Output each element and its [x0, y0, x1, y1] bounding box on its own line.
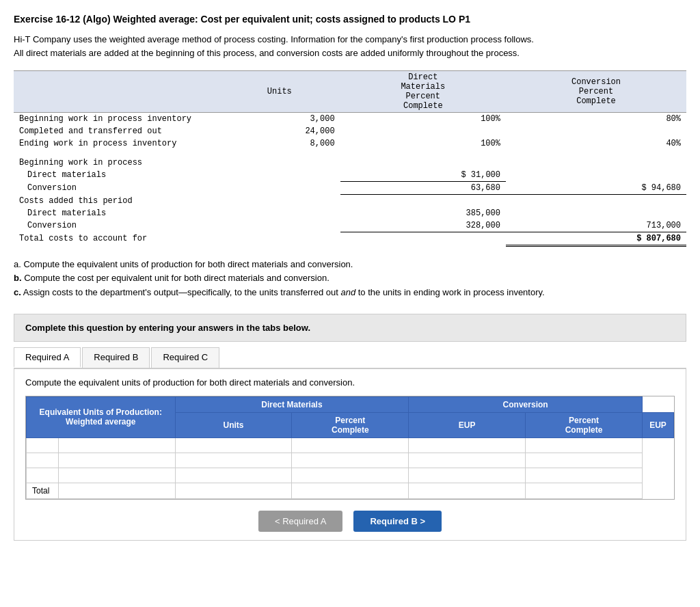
conv-pct-field-1[interactable] [410, 440, 524, 450]
eup-table-wrapper: Equivalent Units of Production: Weighted… [25, 396, 675, 500]
dm-pct-field-3[interactable] [177, 470, 291, 480]
table-row [27, 437, 674, 453]
conv-eup-field-1[interactable] [527, 440, 641, 450]
conv-pct-input-2[interactable] [409, 453, 526, 468]
total-units-input[interactable] [58, 483, 175, 498]
conv-group-header: Conversion [409, 396, 643, 412]
dm-eup-header: EUP [409, 412, 526, 437]
total-conv-pct-blank [409, 483, 526, 498]
tab-required-c[interactable]: Required C [151, 347, 219, 368]
conv-eup-input-2[interactable] [526, 453, 643, 468]
conv-eup-field-3[interactable] [527, 470, 641, 480]
nav-buttons: < Required A Required B > [25, 511, 675, 532]
total-label: Total [27, 483, 59, 498]
table-row [27, 453, 674, 468]
eup-table: Equivalent Units of Production: Weighted… [26, 396, 674, 499]
conv-pct-input-1[interactable] [409, 437, 526, 453]
dm-pct-input-2[interactable] [175, 453, 292, 468]
next-button[interactable]: Required B > [353, 511, 442, 532]
dm-eup-input-3[interactable] [292, 468, 409, 483]
dm-eup-input-2[interactable] [292, 453, 409, 468]
tabs-container: Required A Required B Required C [14, 347, 686, 369]
total-units-field[interactable] [60, 486, 174, 496]
dm-pct-input-1[interactable] [175, 437, 292, 453]
total-dm-eup-input[interactable] [292, 483, 409, 498]
conv-eup-input-3[interactable] [526, 468, 643, 483]
units-field-1[interactable] [60, 440, 174, 450]
tab-required-a[interactable]: Required A [14, 347, 81, 368]
conv-eup-field-2[interactable] [527, 455, 641, 465]
conv-pct-field-3[interactable] [410, 470, 524, 480]
description: Hi-T Company uses the weighted average m… [14, 33, 686, 59]
dm-pct-field-2[interactable] [177, 455, 291, 465]
total-conv-eup-input[interactable] [526, 483, 643, 498]
units-col-header: Units [175, 412, 292, 437]
row-label-3 [27, 468, 59, 483]
conv-pct-input-3[interactable] [409, 468, 526, 483]
conv-pct-field-2[interactable] [410, 455, 524, 465]
dm-pct-header: PercentComplete [292, 412, 409, 437]
conv-eup-header: EUP [642, 412, 673, 437]
total-dm-eup-field[interactable] [293, 486, 407, 496]
dm-eup-field-1[interactable] [293, 440, 407, 450]
eup-title-cell: Equivalent Units of Production: Weighted… [27, 396, 176, 437]
dm-group-header: Direct Materials [175, 396, 409, 412]
units-input-3[interactable] [58, 468, 175, 483]
dm-pct-input-3[interactable] [175, 468, 292, 483]
dm-eup-input-1[interactable] [292, 437, 409, 453]
tab-content-required-a: Compute the equivalent units of producti… [14, 369, 686, 541]
row-label-1 [27, 437, 59, 453]
dm-pct-field-1[interactable] [177, 440, 291, 450]
info-table: Units DirectMaterialsPercentComplete Con… [14, 70, 686, 247]
units-input-2[interactable] [58, 453, 175, 468]
prev-button[interactable]: < Required A [258, 511, 343, 532]
dm-eup-field-2[interactable] [293, 455, 407, 465]
total-dm-pct-blank [175, 483, 292, 498]
dm-eup-field-3[interactable] [293, 470, 407, 480]
tab-instruction: Compute the equivalent units of producti… [25, 377, 675, 388]
units-field-3[interactable] [60, 470, 174, 480]
units-field-2[interactable] [60, 455, 174, 465]
total-row: Total [27, 483, 674, 498]
conv-pct-header: PercentComplete [526, 412, 643, 437]
conv-eup-input-1[interactable] [526, 437, 643, 453]
tab-required-b[interactable]: Required B [82, 347, 150, 368]
page-title: Exercise 16-12 (Algo) Weighted average: … [14, 14, 686, 25]
units-input-1[interactable] [58, 437, 175, 453]
table-row [27, 468, 674, 483]
instructions-section: a. Compute the equivalent units of produ… [14, 258, 686, 300]
total-conv-eup-field[interactable] [527, 486, 641, 496]
complete-section-header: Complete this question by entering your … [14, 314, 686, 342]
row-label-2 [27, 453, 59, 468]
